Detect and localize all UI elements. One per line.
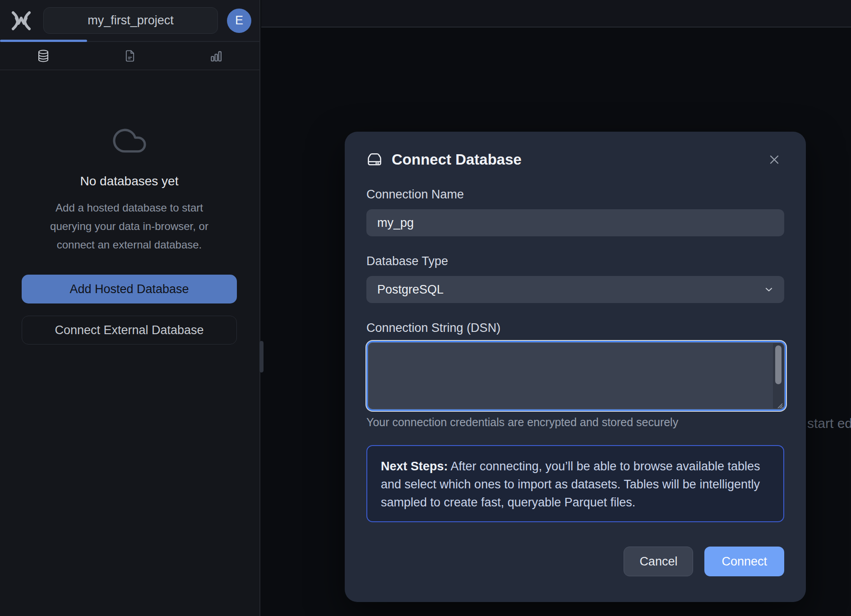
active-tab-indicator (0, 40, 87, 42)
connect-button[interactable]: Connect (704, 547, 784, 576)
connect-external-database-button[interactable]: Connect External Database (22, 316, 237, 345)
next-steps-callout: Next Steps: After connecting, you’ll be … (366, 445, 784, 522)
cancel-button[interactable]: Cancel (624, 547, 693, 576)
bar-chart-icon (209, 49, 223, 63)
add-hosted-database-button[interactable]: Add Hosted Database (22, 275, 237, 303)
database-type-select[interactable]: PostgreSQL (366, 276, 784, 303)
project-name-input[interactable]: my_first_project (43, 7, 218, 34)
database-type-label: Database Type (366, 254, 784, 268)
sidebar-resize-handle[interactable] (259, 341, 264, 372)
dsn-helper-text: Your connection credentials are encrypte… (366, 416, 784, 429)
sidebar-empty-state: No databases yet Add a hosted database t… (0, 71, 259, 616)
connection-name-label: Connection Name (366, 188, 784, 202)
document-icon (124, 49, 136, 63)
sidebar-tab-bar (0, 42, 259, 70)
dsn-content: postgresql:// postgres:XXXXXXXXXX@db.XXX… (368, 342, 773, 409)
empty-state-title: No databases yet (80, 174, 179, 188)
resize-grip-icon[interactable] (775, 401, 783, 409)
cloud-icon (111, 125, 148, 158)
tab-charts[interactable] (173, 42, 259, 69)
close-icon (767, 152, 782, 167)
tab-databases[interactable] (0, 42, 87, 69)
dsn-scrollbar-track[interactable] (773, 343, 784, 409)
dsn-label: Connection String (DSN) (366, 321, 784, 335)
main-topbar (261, 0, 851, 28)
close-button[interactable] (764, 150, 784, 170)
next-steps-label: Next Steps: (381, 460, 448, 473)
connect-database-modal: Connect Database Connection Name Databas… (345, 132, 806, 602)
background-partial-text: start edi (807, 416, 851, 431)
sidebar-header: my_first_project E (0, 0, 259, 42)
logo-mark (8, 8, 34, 34)
sidebar: my_first_project E (0, 0, 260, 616)
database-icon (37, 49, 50, 63)
modal-header: Connect Database (366, 150, 784, 170)
tab-files[interactable] (87, 42, 173, 69)
chevron-down-icon (763, 284, 774, 295)
modal-actions: Cancel Connect (366, 547, 784, 576)
avatar-initial: E (235, 14, 243, 28)
scrollbar-thumb[interactable] (775, 345, 782, 384)
empty-state-description: Add a hosted database to start querying … (50, 198, 208, 254)
connection-name-input[interactable] (366, 209, 784, 236)
dsn-line-blank (378, 384, 773, 401)
database-type-value: PostgreSQL (377, 283, 444, 297)
hard-drive-icon (366, 152, 383, 168)
modal-title: Connect Database (392, 151, 522, 168)
avatar[interactable]: E (227, 9, 251, 33)
dsn-textarea[interactable]: postgresql:// postgres:XXXXXXXXXX@db.XXX… (366, 341, 786, 411)
project-name: my_first_project (88, 14, 174, 28)
